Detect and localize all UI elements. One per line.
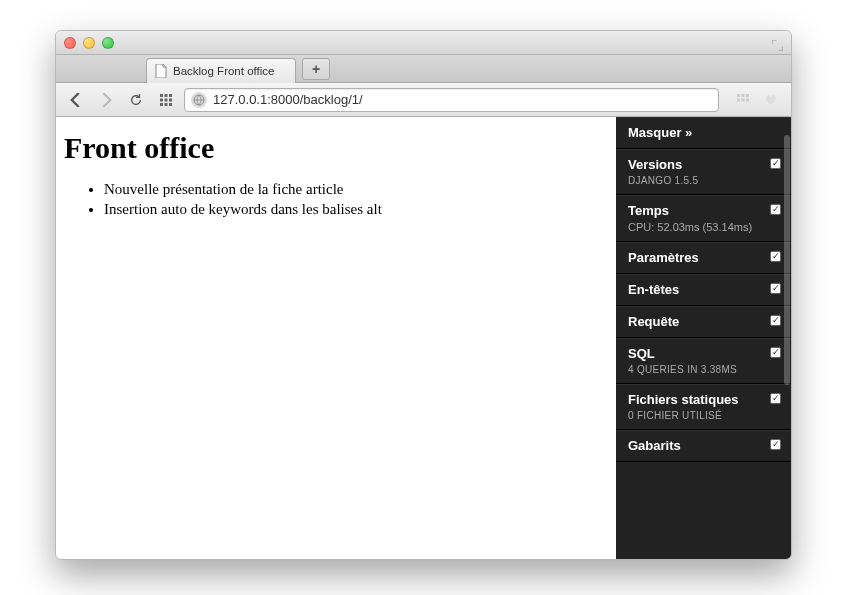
page-title: Front office	[64, 131, 608, 165]
page-body: Front office Nouvelle présentation de la…	[56, 117, 616, 559]
toolbar-right	[731, 89, 783, 111]
list-item: Insertion auto de keywords dans les bali…	[104, 199, 608, 219]
panel-title: Requête	[628, 314, 773, 329]
scrollbar-thumb[interactable]	[784, 135, 790, 385]
svg-rect-2	[169, 94, 172, 97]
svg-rect-5	[169, 98, 172, 101]
fullscreen-icon[interactable]	[772, 37, 783, 48]
checkbox-icon[interactable]	[770, 158, 781, 169]
svg-rect-6	[160, 103, 163, 106]
tab-bar: Backlog Front office +	[56, 55, 791, 83]
debug-hide-button[interactable]: Masquer »	[616, 117, 791, 149]
debug-panel-gabarits[interactable]: Gabarits	[616, 430, 791, 462]
checkbox-icon[interactable]	[770, 204, 781, 215]
content-area: Front office Nouvelle présentation de la…	[56, 117, 791, 559]
svg-rect-10	[737, 94, 740, 97]
window-titlebar	[56, 31, 791, 55]
minimize-window-button[interactable]	[83, 37, 95, 49]
svg-rect-11	[742, 94, 745, 97]
panel-title: Gabarits	[628, 438, 773, 453]
heart-icon	[764, 93, 778, 107]
django-debug-toolbar: Masquer » Versions Django 1.5.5 Temps CP…	[616, 117, 791, 559]
debug-panel-parametres[interactable]: Paramètres	[616, 242, 791, 274]
document-icon	[155, 64, 167, 78]
globe-icon	[191, 92, 207, 108]
svg-rect-7	[165, 103, 168, 106]
traffic-lights	[64, 37, 114, 49]
zoom-window-button[interactable]	[102, 37, 114, 49]
forward-button[interactable]	[94, 89, 118, 111]
debug-panel-fichiers-statiques[interactable]: Fichiers statiques 0 fichier utilisé	[616, 384, 791, 430]
panel-subtitle: Django 1.5.5	[628, 175, 773, 186]
svg-rect-1	[165, 94, 168, 97]
svg-rect-13	[737, 98, 740, 101]
backlog-list: Nouvelle présentation de la fiche articl…	[64, 179, 608, 220]
browser-tab-active[interactable]: Backlog Front office	[146, 58, 296, 83]
arrow-right-icon	[99, 93, 113, 107]
debug-panel-sql[interactable]: SQL 4 queries in 3.38ms	[616, 338, 791, 384]
checkbox-icon[interactable]	[770, 283, 781, 294]
plus-icon: +	[312, 61, 320, 77]
grid-icon	[159, 93, 173, 107]
address-bar[interactable]: 127.0.0.1:8000/backlog/1/	[184, 88, 719, 112]
url-text: 127.0.0.1:8000/backlog/1/	[213, 92, 363, 107]
debug-panel-entetes[interactable]: En-têtes	[616, 274, 791, 306]
checkbox-icon[interactable]	[770, 393, 781, 404]
reload-icon	[129, 93, 143, 107]
debug-panel-requete[interactable]: Requête	[616, 306, 791, 338]
svg-rect-4	[165, 98, 168, 101]
svg-rect-8	[169, 103, 172, 106]
panel-title: Fichiers statiques	[628, 392, 773, 407]
checkbox-icon[interactable]	[770, 315, 781, 326]
list-item: Nouvelle présentation de la fiche articl…	[104, 179, 608, 199]
panel-title: Paramètres	[628, 250, 773, 265]
arrow-left-icon	[69, 93, 83, 107]
checkbox-icon[interactable]	[770, 251, 781, 262]
favorite-button[interactable]	[759, 89, 783, 111]
new-tab-button[interactable]: +	[302, 58, 330, 80]
debug-scrollbar[interactable]	[783, 125, 791, 551]
svg-rect-3	[160, 98, 163, 101]
close-window-button[interactable]	[64, 37, 76, 49]
svg-rect-14	[742, 98, 745, 101]
panel-title: Versions	[628, 157, 773, 172]
extensions-button[interactable]	[731, 89, 755, 111]
debug-panel-versions[interactable]: Versions Django 1.5.5	[616, 149, 791, 195]
panel-subtitle: 0 fichier utilisé	[628, 410, 773, 421]
svg-rect-12	[746, 94, 749, 97]
panel-title: En-têtes	[628, 282, 773, 297]
back-button[interactable]	[64, 89, 88, 111]
panel-subtitle: 4 queries in 3.38ms	[628, 364, 773, 375]
apps-button[interactable]	[154, 89, 178, 111]
grid-small-icon	[736, 93, 750, 107]
checkbox-icon[interactable]	[770, 439, 781, 450]
browser-toolbar: 127.0.0.1:8000/backlog/1/	[56, 83, 791, 117]
hide-label: Masquer »	[628, 125, 773, 140]
panel-subtitle: CPU: 52.03ms (53.14ms)	[628, 221, 773, 233]
panel-title: Temps	[628, 203, 773, 218]
browser-window: Backlog Front office + 127.0.0.1:800	[55, 30, 792, 560]
debug-panel-temps[interactable]: Temps CPU: 52.03ms (53.14ms)	[616, 195, 791, 242]
svg-rect-15	[746, 98, 749, 101]
checkbox-icon[interactable]	[770, 347, 781, 358]
tab-title: Backlog Front office	[173, 65, 274, 77]
panel-title: SQL	[628, 346, 773, 361]
reload-button[interactable]	[124, 89, 148, 111]
svg-rect-0	[160, 94, 163, 97]
